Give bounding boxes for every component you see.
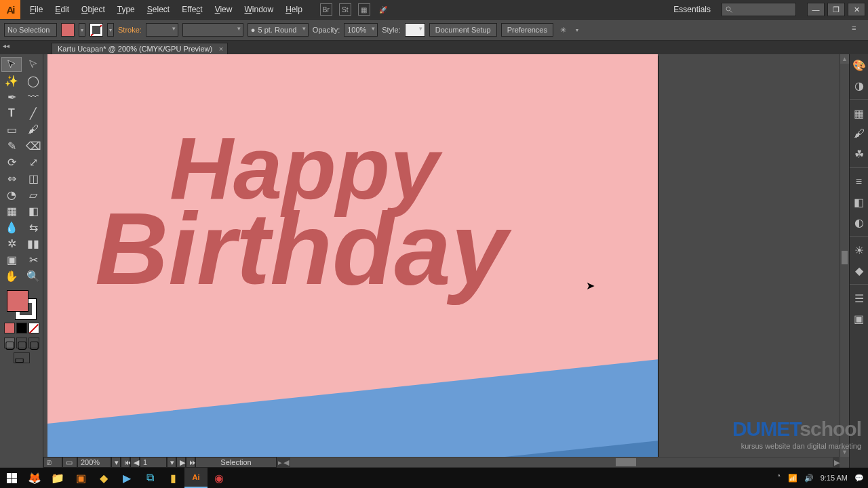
taskbar-explorer[interactable]: 📁: [46, 468, 69, 488]
graph-tool[interactable]: ▮▮: [23, 236, 43, 251]
vertical-scrollbar[interactable]: ▲ ▼: [840, 54, 849, 457]
taskbar-firefox[interactable]: 🦊: [23, 468, 46, 488]
eraser-tool[interactable]: ⌫: [23, 138, 43, 153]
gpu-icon[interactable]: 🚀: [377, 3, 389, 16]
search-box[interactable]: [722, 3, 796, 16]
taskbar-app1[interactable]: ▣: [69, 468, 92, 488]
taskbar-powershell[interactable]: ▶: [115, 468, 138, 488]
status-more-icon[interactable]: ▸: [278, 458, 282, 467]
graphic-style[interactable]: [405, 23, 425, 37]
artboards-panel-icon[interactable]: ▣: [852, 312, 866, 325]
shape-builder-tool[interactable]: ◔: [1, 187, 22, 202]
scale-tool[interactable]: ⤢: [23, 155, 43, 169]
appearance-panel-icon[interactable]: ☀: [852, 243, 866, 257]
tray-chevron-icon[interactable]: ˄: [777, 474, 781, 483]
zoom-tool[interactable]: 🔍: [23, 268, 43, 283]
arrange-docs-icon[interactable]: ▦: [358, 3, 370, 16]
taskbar-app2[interactable]: ▮: [161, 468, 184, 488]
draw-normal-icon[interactable]: ▢: [4, 338, 15, 348]
line-tool[interactable]: ╱: [23, 106, 43, 121]
hscroll-left-icon[interactable]: ◀: [283, 458, 289, 467]
magic-wand-tool[interactable]: ✨: [1, 73, 22, 88]
lasso-tool[interactable]: ◯: [23, 73, 43, 88]
screen-mode-icon[interactable]: ▭: [14, 352, 30, 363]
brush-definition[interactable]: ● 5 pt. Round: [248, 23, 309, 37]
artboard-nav-icon[interactable]: ▭: [62, 457, 77, 468]
menu-edit[interactable]: Edit: [50, 2, 75, 17]
last-artboard-icon[interactable]: ⏭: [186, 457, 195, 468]
taskbar-illustrator[interactable]: Ai: [184, 468, 208, 488]
prev-artboard-icon[interactable]: ◀: [130, 457, 140, 468]
selection-tool[interactable]: [1, 57, 22, 72]
gradient-tool[interactable]: ◧: [23, 203, 43, 218]
align-to-dropdown[interactable]: ▾: [574, 23, 580, 37]
artboard-tool[interactable]: ▣: [1, 252, 22, 267]
taskbar-vscode[interactable]: ⧉: [138, 468, 161, 488]
start-button[interactable]: [0, 468, 23, 488]
vscroll-thumb[interactable]: [842, 251, 848, 264]
stroke-panel-icon[interactable]: ≡: [852, 175, 866, 188]
document-tab[interactable]: Kartu Ucapan* @ 200% (CMYK/GPU Preview) …: [52, 43, 228, 54]
stroke-weight-combo[interactable]: [146, 23, 178, 37]
menu-select[interactable]: Select: [142, 2, 175, 17]
symbols-panel-icon[interactable]: ☘: [852, 147, 866, 161]
tray-notifications-icon[interactable]: 💬: [854, 474, 864, 483]
direct-selection-tool[interactable]: [23, 57, 43, 72]
menu-view[interactable]: View: [210, 2, 238, 17]
rectangle-tool[interactable]: ▭: [1, 122, 22, 137]
taskbar-sublime[interactable]: ◆: [92, 468, 115, 488]
rotate-tool[interactable]: ⟳: [1, 155, 22, 169]
preferences-button[interactable]: Preferences: [501, 23, 553, 37]
gradient-panel-icon[interactable]: ◧: [852, 195, 866, 209]
graphic-styles-panel-icon[interactable]: ◆: [852, 264, 866, 277]
hscroll-thumb[interactable]: [616, 458, 636, 466]
document-setup-button[interactable]: Document Setup: [429, 23, 497, 37]
close-button[interactable]: ✕: [848, 3, 865, 16]
paintbrush-tool[interactable]: 🖌: [23, 122, 43, 137]
free-transform-tool[interactable]: ◫: [23, 171, 43, 186]
align-to-icon[interactable]: ✳: [557, 24, 570, 36]
gradient-mode-icon[interactable]: [16, 323, 27, 333]
fill-dropdown[interactable]: ▾: [79, 23, 85, 37]
type-tool[interactable]: T: [1, 106, 22, 121]
pen-tool[interactable]: ✒: [1, 89, 22, 104]
transparency-panel-icon[interactable]: ◐: [852, 216, 866, 229]
menu-object[interactable]: Object: [76, 2, 111, 17]
variable-width-profile[interactable]: [182, 23, 243, 37]
layers-panel-icon[interactable]: ☰: [852, 291, 866, 305]
stroke-swatch[interactable]: [90, 23, 103, 37]
slice-tool[interactable]: ✂: [23, 252, 43, 267]
hand-tool[interactable]: ✋: [1, 268, 22, 283]
artboard-number[interactable]: 1: [140, 457, 167, 468]
fill-color-icon[interactable]: [7, 290, 28, 312]
curvature-tool[interactable]: 〰: [23, 89, 43, 104]
gpu-status-icon[interactable]: ⎚: [43, 457, 62, 468]
mesh-tool[interactable]: ▦: [1, 203, 22, 218]
tray-clock[interactable]: 9:15 AM: [821, 474, 848, 482]
zoom-dropdown[interactable]: ▾: [111, 457, 121, 468]
workspace-switcher[interactable]: Essentials: [673, 5, 713, 14]
hscroll-right-icon[interactable]: ▶: [834, 458, 840, 467]
next-artboard-icon[interactable]: ▶: [176, 457, 186, 468]
scroll-up-icon[interactable]: ▲: [840, 54, 849, 64]
menu-type[interactable]: Type: [112, 2, 140, 17]
panel-collapse-icon[interactable]: ◂◂: [3, 42, 9, 49]
restore-button[interactable]: ❐: [827, 3, 845, 16]
tray-volume-icon[interactable]: 🔊: [804, 474, 814, 483]
artboard-dropdown[interactable]: ▾: [167, 457, 176, 468]
bridge-icon[interactable]: Br: [320, 3, 332, 16]
zoom-level[interactable]: 200%: [77, 457, 111, 468]
horizontal-scrollbar[interactable]: [290, 458, 833, 467]
swatches-panel-icon[interactable]: ▦: [852, 106, 866, 120]
pencil-tool[interactable]: ✎: [1, 138, 22, 153]
brushes-panel-icon[interactable]: 🖌: [852, 127, 866, 140]
symbol-sprayer-tool[interactable]: ✲: [1, 236, 22, 251]
blend-tool[interactable]: ⇆: [23, 220, 43, 235]
eyedropper-tool[interactable]: 💧: [1, 220, 22, 235]
draw-inside-icon[interactable]: ▢: [28, 338, 39, 348]
fill-swatch[interactable]: [61, 23, 75, 37]
first-artboard-icon[interactable]: ⏮: [121, 457, 130, 468]
color-mode-icon[interactable]: [4, 323, 15, 333]
tab-close-icon[interactable]: ×: [219, 45, 223, 53]
opacity-field[interactable]: 100%: [344, 23, 378, 37]
